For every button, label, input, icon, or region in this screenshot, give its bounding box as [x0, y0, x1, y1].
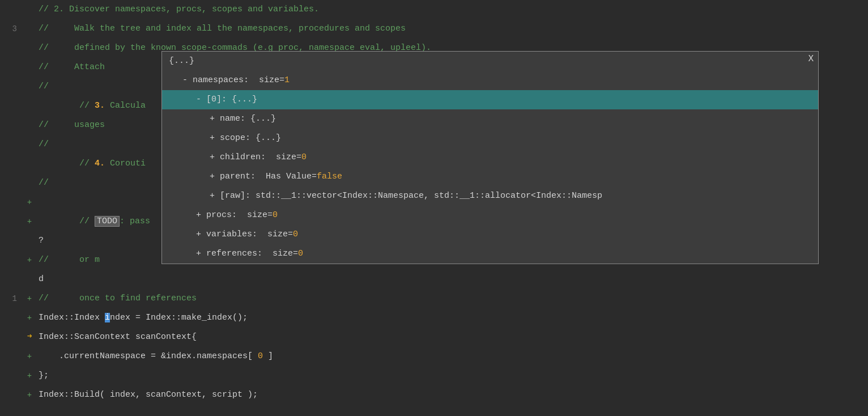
line-gutter: + — [23, 193, 36, 212]
popup-line[interactable]: + name: {...} — [162, 109, 818, 129]
popup-key: parent: Has Value= — [220, 167, 317, 186]
popup-value: 0 — [293, 225, 298, 244]
editor-container: // 2. Discover namespaces, procs, scopes… — [0, 0, 868, 416]
line-gutter: + — [23, 347, 36, 366]
line-gutter: + — [23, 385, 36, 405]
popup-content: {...} — [169, 52, 194, 71]
popup-key: procs: size= — [206, 206, 273, 225]
popup-overlay: X {...} - namespaces: size=1 - [0]: {...… — [161, 51, 819, 264]
line-gutter: + — [23, 251, 36, 270]
line-gutter: + — [23, 366, 36, 385]
line-gutter: + — [23, 308, 36, 328]
line-content: Index::Build( index, scanContext, script… — [36, 385, 868, 405]
popup-line: {...} — [162, 52, 818, 71]
line-content: Index::Index index = Index::make_index()… — [36, 308, 868, 328]
arrow-marker: ➜ — [23, 328, 36, 347]
expand-minus-icon: - — [182, 71, 193, 90]
code-line: + .currentNamespace = &index.namespaces[… — [0, 347, 868, 366]
popup-value: 0 — [273, 206, 278, 225]
line-content: Index::ScanContext scanContext{ — [36, 328, 868, 347]
popup-key: scope: {...} — [220, 129, 281, 148]
expand-minus-icon: - — [196, 90, 206, 109]
popup-line[interactable]: + procs: size=0 — [162, 206, 818, 225]
line-content: .currentNamespace = &index.namespaces[ 0… — [36, 347, 868, 366]
code-line: 1 + // once to find references — [0, 289, 868, 308]
popup-key: children: size= — [220, 148, 301, 167]
expand-plus-icon: + — [210, 129, 220, 148]
code-line: + }; — [0, 366, 868, 385]
line-content: // 2. Discover namespaces, procs, scopes… — [36, 0, 868, 19]
popup-value: 0 — [298, 244, 303, 264]
popup-line-selected[interactable]: - [0]: {...} — [162, 90, 818, 109]
popup-value-false: false — [317, 167, 342, 186]
popup-close-button[interactable]: X — [808, 54, 814, 64]
popup-key: name: {...} — [220, 109, 276, 129]
popup-line[interactable]: + [raw]: std::__1::vector<Index::Namespa… — [162, 186, 818, 206]
code-line: + Index::Index index = Index::make_index… — [0, 308, 868, 328]
expand-plus-icon: + — [196, 225, 206, 244]
code-line: // 2. Discover namespaces, procs, scopes… — [0, 0, 868, 19]
popup-line[interactable]: + variables: size=0 — [162, 225, 818, 244]
popup-key: [raw]: std::__1::vector<Index::Namespace… — [220, 186, 602, 206]
expand-plus-icon: + — [196, 206, 206, 225]
popup-value: 1 — [284, 71, 290, 90]
popup-key: [0]: {...} — [206, 90, 257, 109]
expand-plus-icon: + — [210, 148, 220, 167]
popup-key: variables: size= — [206, 225, 293, 244]
expand-plus-icon: + — [210, 167, 220, 186]
popup-line[interactable]: - namespaces: size=1 — [162, 71, 818, 90]
expand-plus-icon: + — [210, 109, 220, 129]
line-number: 1 — [0, 289, 23, 308]
popup-line[interactable]: + parent: Has Value=false — [162, 167, 818, 186]
code-line: + Index::Build( index, scanContext, scri… — [0, 385, 868, 405]
code-line: ➜ Index::ScanContext scanContext{ — [0, 328, 868, 347]
line-content: // once to find references — [36, 289, 868, 308]
expand-plus-icon: + — [196, 244, 206, 264]
code-line: d — [0, 270, 868, 289]
code-line: 3 // Walk the tree and index all the nam… — [0, 19, 868, 39]
popup-line[interactable]: + children: size=0 — [162, 148, 818, 167]
expand-plus-icon: + — [210, 186, 220, 206]
line-number: 3 — [0, 19, 23, 39]
line-gutter: + — [23, 289, 36, 308]
line-content: }; — [36, 366, 868, 385]
line-gutter: + — [23, 212, 36, 231]
popup-key: references: size= — [206, 244, 298, 264]
popup-key: namespaces: size= — [193, 71, 284, 90]
line-content: // Walk the tree and index all the names… — [36, 19, 868, 39]
line-content: d — [36, 270, 868, 289]
todo-badge: TODO — [95, 216, 120, 227]
popup-line[interactable]: + scope: {...} — [162, 129, 818, 148]
popup-value: 0 — [301, 148, 307, 167]
popup-line[interactable]: + references: size=0 — [162, 244, 818, 264]
